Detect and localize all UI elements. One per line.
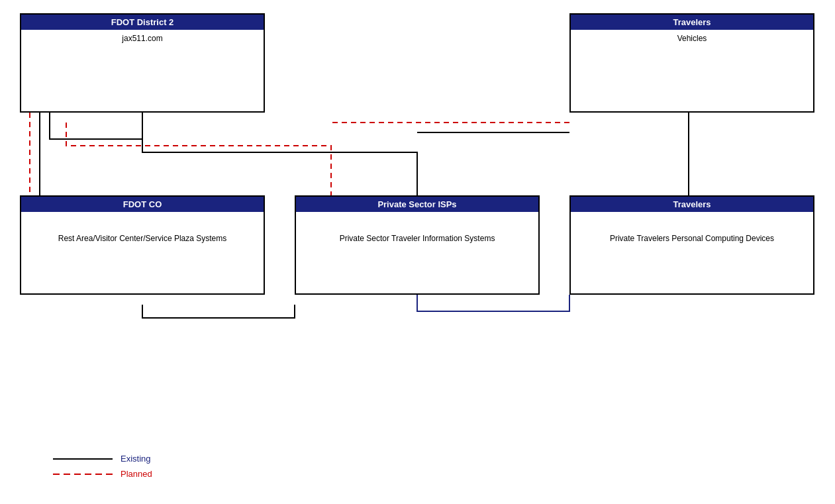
legend-planned: Planned [53, 469, 152, 479]
existing-label: Existing [121, 454, 151, 464]
travelers-top-node: Travelers Vehicles [569, 13, 814, 113]
existing-line-icon [53, 458, 113, 460]
private-isps-body: Private Sector Traveler Information Syst… [296, 212, 538, 265]
fdot-co-node: FDOT CO Rest Area/Visitor Center/Service… [20, 195, 265, 295]
travelers-personal-header: Travelers [571, 197, 813, 212]
diagram-container: FDOT District 2 jax511.com Travelers Veh… [0, 0, 835, 504]
legend-existing: Existing [53, 454, 152, 464]
planned-line-icon [53, 474, 113, 475]
private-isps-header: Private Sector ISPs [296, 197, 538, 212]
fdot-co-body: Rest Area/Visitor Center/Service Plaza S… [21, 212, 264, 265]
planned-label: Planned [121, 469, 152, 479]
fdot-district2-header: FDOT District 2 [21, 15, 264, 30]
travelers-personal-body: Private Travelers Personal Computing Dev… [571, 212, 813, 265]
fdot-district2-node: FDOT District 2 jax511.com [20, 13, 265, 113]
fdot-district2-body: jax511.com [21, 30, 264, 83]
private-isps-node: Private Sector ISPs Private Sector Trave… [295, 195, 540, 295]
travelers-top-header: Travelers [571, 15, 813, 30]
legend: Existing Planned [53, 454, 152, 484]
travelers-personal-node: Travelers Private Travelers Personal Com… [569, 195, 814, 295]
fdot-co-header: FDOT CO [21, 197, 264, 212]
travelers-top-body: Vehicles [571, 30, 813, 83]
